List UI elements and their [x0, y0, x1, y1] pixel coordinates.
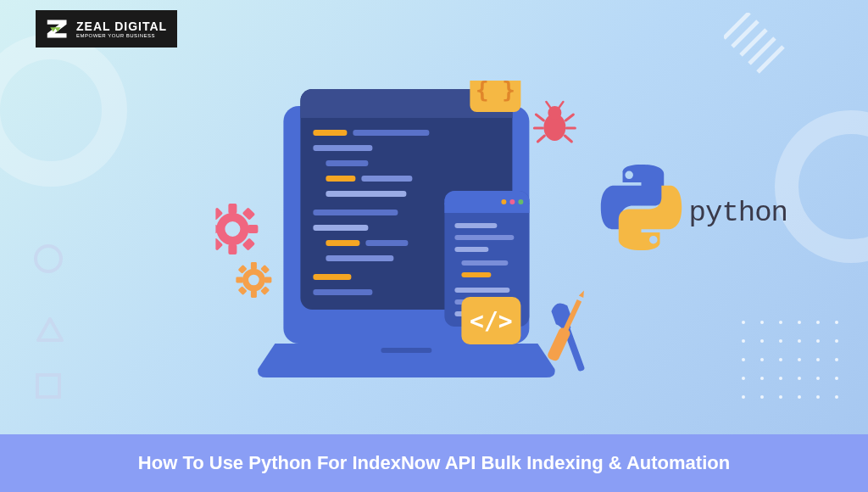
- svg-point-9: [246, 271, 263, 288]
- svg-rect-1: [228, 204, 236, 214]
- svg-rect-32: [313, 225, 368, 231]
- curly-brace-badge-icon: { }: [470, 81, 520, 112]
- svg-rect-12: [236, 277, 242, 283]
- brand-logo-tagline: EMPOWER YOUR BUSINESS: [76, 33, 167, 38]
- svg-rect-35: [326, 255, 393, 261]
- brand-logo-text: ZEAL DIGITAL: [76, 20, 167, 33]
- svg-rect-34: [365, 240, 408, 246]
- svg-line-62: [559, 102, 563, 108]
- title-banner-text: How To Use Python For IndexNow API Bulk …: [138, 452, 730, 474]
- deco-square-icon: [36, 373, 61, 399]
- svg-rect-31: [313, 210, 398, 215]
- svg-rect-47: [461, 272, 491, 277]
- deco-circle-top-left: [0, 34, 127, 187]
- svg-rect-28: [326, 176, 355, 182]
- svg-text:</>: </>: [470, 307, 513, 335]
- svg-line-59: [537, 136, 544, 142]
- python-label-text: python: [689, 197, 787, 229]
- bug-icon: [534, 102, 575, 142]
- title-banner: How To Use Python For IndexNow API Bulk …: [0, 434, 868, 492]
- brand-logo-icon: [46, 17, 70, 41]
- deco-triangle-icon: [36, 317, 64, 343]
- deco-circle-outline-icon: [34, 244, 63, 273]
- svg-rect-2: [228, 244, 236, 254]
- svg-rect-30: [326, 191, 406, 197]
- svg-rect-37: [313, 289, 372, 295]
- deco-dot-grid: [742, 321, 838, 399]
- svg-rect-67: [547, 327, 572, 362]
- svg-rect-27: [326, 160, 368, 166]
- svg-rect-11: [251, 291, 257, 298]
- svg-point-0: [220, 217, 244, 241]
- svg-line-55: [536, 115, 543, 120]
- svg-point-42: [518, 199, 523, 204]
- svg-rect-46: [461, 260, 508, 266]
- angle-brackets-badge-icon: </>: [461, 297, 520, 344]
- laptop-code-illustration: { } </>: [215, 81, 605, 403]
- deco-shape-group: [34, 244, 64, 399]
- gear-icon: [215, 204, 258, 254]
- svg-rect-39: [444, 203, 529, 213]
- svg-rect-4: [248, 225, 258, 233]
- brand-logo: ZEAL DIGITAL EMPOWER YOUR BUSINESS: [36, 10, 177, 48]
- deco-circle-right: [775, 110, 868, 263]
- svg-rect-24: [313, 130, 347, 136]
- svg-rect-29: [361, 176, 412, 182]
- svg-rect-25: [353, 130, 429, 136]
- python-logo-icon: [597, 163, 686, 252]
- svg-rect-10: [251, 262, 257, 269]
- svg-rect-48: [454, 288, 509, 293]
- deco-diagonal-lines-icon: [724, 13, 792, 81]
- svg-rect-33: [326, 240, 359, 246]
- gear-icon: [236, 262, 271, 298]
- svg-point-40: [501, 199, 506, 204]
- svg-rect-43: [454, 223, 497, 228]
- svg-line-56: [565, 115, 573, 120]
- svg-point-41: [509, 199, 515, 204]
- svg-rect-3: [215, 225, 217, 233]
- svg-rect-13: [264, 277, 271, 283]
- screwdriver-icon: [547, 288, 590, 361]
- svg-rect-44: [454, 235, 514, 240]
- svg-rect-18: [381, 348, 431, 353]
- svg-line-61: [546, 102, 550, 108]
- svg-rect-36: [313, 274, 351, 280]
- svg-rect-45: [454, 247, 488, 252]
- svg-rect-26: [313, 145, 372, 151]
- svg-text:{ }: { }: [476, 81, 515, 103]
- svg-line-60: [565, 136, 571, 142]
